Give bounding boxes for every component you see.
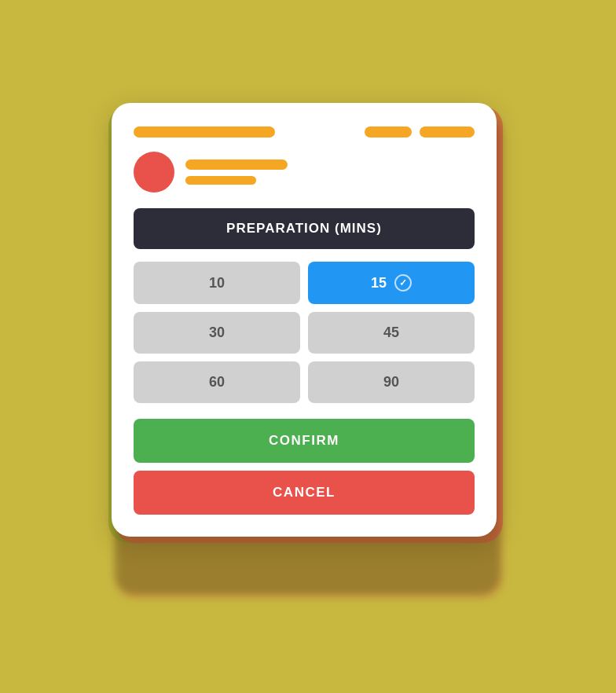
tag-bar-2	[420, 126, 475, 138]
card-header	[134, 126, 475, 192]
time-option-90[interactable]: 90	[308, 361, 475, 403]
action-buttons: CONFIRM CANCEL	[134, 419, 475, 515]
cancel-button[interactable]: CANCEL	[134, 471, 475, 515]
avatar	[134, 152, 174, 192]
tag-bar-1	[365, 126, 412, 138]
modal-container: PREPARATION (MINS) 10 15 30 45 60 90 CON…	[112, 103, 504, 590]
confirm-button[interactable]: CONFIRM	[134, 419, 475, 463]
profile-row	[134, 152, 475, 192]
profile-sub-bar	[185, 176, 256, 185]
profile-lines	[185, 160, 288, 185]
time-option-10[interactable]: 10	[134, 262, 300, 304]
section-title: PREPARATION (MINS)	[226, 221, 382, 236]
time-option-30[interactable]: 30	[134, 312, 300, 354]
time-option-15-label: 15	[371, 275, 387, 292]
title-placeholder-bar	[134, 126, 275, 138]
profile-name-bar	[185, 160, 288, 170]
time-option-60[interactable]: 60	[134, 361, 300, 403]
card: PREPARATION (MINS) 10 15 30 45 60 90 CON…	[112, 103, 497, 537]
check-icon	[394, 274, 412, 292]
time-grid: 10 15 30 45 60 90	[134, 262, 475, 403]
header-top-right	[365, 126, 475, 138]
section-header: PREPARATION (MINS)	[134, 208, 475, 249]
time-option-45[interactable]: 45	[308, 312, 475, 354]
header-top	[134, 126, 475, 138]
time-option-15[interactable]: 15	[308, 262, 475, 304]
